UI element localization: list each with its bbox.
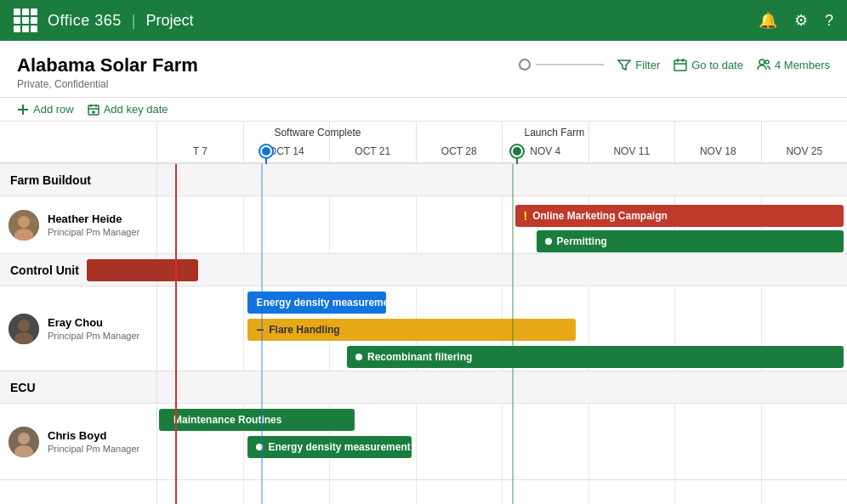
milestone-software-line	[265, 157, 267, 164]
task-label-online-marketing: Online Marketing Campaign	[532, 210, 668, 222]
task-label-energy-density-2: Energy density measurement	[268, 441, 410, 453]
section-header-farm-buildout: Farm Buildout	[0, 164, 156, 196]
task-label-maintenance: Maintenance Routines	[173, 414, 281, 426]
app-name: Office 365	[48, 12, 122, 30]
section-header-ecu: ECU	[0, 371, 156, 404]
project-subtitle: Private, Confidential	[17, 78, 198, 90]
topbar-right: 🔔 ⚙ ?	[759, 11, 833, 30]
svg-point-18	[18, 320, 30, 331]
task-bar-energy-density-1[interactable]: Energy density measurement	[247, 292, 385, 314]
task-bar-maintenance[interactable]: Maintenance Routines	[165, 409, 355, 431]
task-bar-flare-handling[interactable]: – Flare Handling	[247, 319, 575, 341]
topbar-divider: |	[132, 12, 136, 30]
add-row-label: Add row	[33, 103, 74, 116]
go-to-date-button[interactable]: Go to date	[674, 58, 743, 71]
dot-icon-recombinant	[355, 354, 362, 360]
gantt-area: Software Complete Launch Farm T 7 OCT 14…	[0, 122, 847, 504]
dot-icon-permitting	[545, 238, 552, 245]
project-title: Alabama Solar Farm	[17, 54, 198, 76]
add-row-button[interactable]: Add row	[17, 103, 74, 116]
milestone-launch-label: Launch Farm	[525, 127, 585, 139]
milestone-launch-farm: Launch Farm	[511, 122, 523, 164]
person-role-eray: Principal Pm Manager	[48, 331, 139, 341]
svg-point-21	[18, 433, 30, 445]
zoom-slider[interactable]	[519, 59, 604, 71]
toolbar: Add row Add key date	[0, 98, 847, 122]
timeline-col-0: T 7	[157, 122, 244, 162]
main-content: Alabama Solar Farm Private, Confidential…	[0, 41, 847, 504]
task-label-flare-handling: Flare Handling	[269, 324, 339, 336]
task-label-permitting: Permitting	[557, 235, 607, 247]
person-name-heather: Heather Heide	[48, 212, 139, 225]
topbar: Office 365 | Project 🔔 ⚙ ?	[0, 0, 847, 41]
milestone-launch-circle	[511, 145, 523, 157]
help-icon[interactable]: ?	[825, 12, 833, 30]
timeline-header: Software Complete Launch Farm T 7 OCT 14…	[157, 122, 847, 162]
person-row-chris: Chris Boyd Principal Pm Manager	[0, 404, 156, 480]
person-role-heather: Principal Pm Manager	[48, 227, 139, 237]
task-bar-control-unit-red[interactable]	[87, 259, 198, 281]
exclaim-icon: !	[524, 209, 528, 223]
add-key-date-label: Add key date	[104, 103, 168, 116]
person-role-chris: Principal Pm Manager	[48, 444, 139, 454]
add-key-date-button[interactable]: Add key date	[88, 103, 168, 116]
task-bar-recombinant[interactable]: Recombinant filtering	[347, 346, 844, 368]
timeline-col-7: NOV 25	[762, 122, 848, 162]
timeline-col-3: OCT 28	[417, 122, 503, 162]
members-label: 4 Members	[775, 59, 830, 71]
avatar-eray	[9, 314, 39, 344]
milestone-launch-vline	[512, 164, 514, 504]
filter-label: Filter	[635, 59, 660, 71]
task-label-energy-density-1: Energy density measurement	[256, 297, 385, 309]
person-name-chris: Chris Boyd	[48, 429, 139, 442]
milestone-software-vline	[261, 164, 263, 504]
person-row-eray: Eray Chou Principal Pm Manager	[0, 286, 156, 371]
today-line	[175, 164, 177, 504]
timeline-col-5: NOV 11	[589, 122, 676, 162]
avatar-chris	[9, 427, 39, 457]
content-rows: Farm Buildout Heather Heide Principal Pm…	[0, 164, 847, 504]
avatar-heather	[9, 210, 39, 241]
task-bar-energy-density-2[interactable]: Energy density measurement	[247, 436, 411, 458]
filter-button[interactable]: Filter	[617, 58, 660, 71]
waffle-menu[interactable]	[14, 8, 37, 32]
task-label-recombinant: Recombinant filtering	[367, 351, 472, 363]
left-panel: Farm Buildout Heather Heide Principal Pm…	[0, 164, 157, 504]
svg-point-5	[765, 60, 769, 64]
svg-rect-0	[674, 60, 686, 71]
person-info-eray: Eray Chou Principal Pm Manager	[48, 316, 139, 341]
svg-point-15	[18, 216, 30, 228]
person-info-heather: Heather Heide Principal Pm Manager	[48, 212, 139, 237]
left-panel-header	[0, 122, 157, 162]
notifications-icon[interactable]: 🔔	[759, 11, 777, 30]
project-title-area: Alabama Solar Farm Private, Confidential	[17, 54, 198, 90]
project-name: Project	[145, 12, 193, 30]
project-header: Alabama Solar Farm Private, Confidential…	[0, 41, 847, 98]
task-bar-online-marketing[interactable]: ! Online Marketing Campaign	[515, 205, 844, 227]
gantt-chart-right: ! Online Marketing Campaign Permitting	[157, 164, 847, 504]
person-name-eray: Eray Chou	[48, 316, 139, 329]
go-to-date-label: Go to date	[691, 59, 743, 71]
zoom-line	[536, 64, 604, 65]
timeline-col-6: NOV 18	[675, 122, 762, 162]
settings-icon[interactable]: ⚙	[794, 11, 808, 30]
milestone-software-complete: Software Complete	[260, 122, 272, 164]
milestone-launch-line	[516, 157, 518, 164]
task-bar-permitting[interactable]: Permitting	[537, 230, 844, 252]
person-info-chris: Chris Boyd Principal Pm Manager	[48, 429, 139, 454]
milestone-software-label: Software Complete	[274, 127, 361, 139]
header-controls: Filter Go to date 4 Members	[519, 58, 830, 71]
person-row-heather: Heather Heide Principal Pm Manager	[0, 196, 156, 254]
zoom-circle	[519, 59, 531, 71]
members-button[interactable]: 4 Members	[757, 58, 830, 71]
milestone-software-circle	[260, 145, 272, 157]
svg-point-4	[759, 59, 765, 65]
